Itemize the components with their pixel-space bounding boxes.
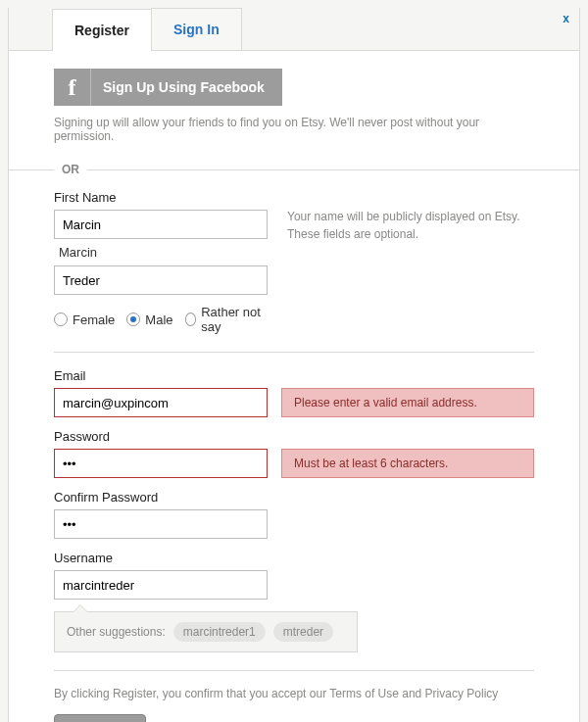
radio-dot-icon — [185, 313, 197, 326]
confirm-password-input[interactable] — [54, 509, 268, 539]
suggestion-chip[interactable]: mtreder — [273, 622, 333, 642]
divider — [54, 670, 534, 671]
tab-register[interactable]: Register — [52, 9, 152, 51]
radio-dot-icon — [54, 313, 68, 326]
or-label: OR — [54, 163, 87, 176]
close-icon[interactable]: x — [563, 12, 569, 25]
confirm-password-label: Confirm Password — [54, 490, 534, 505]
last-name-label: Marcin — [59, 245, 268, 260]
username-input[interactable] — [54, 570, 268, 600]
legal-text: By clicking Register, you confirm that y… — [54, 687, 534, 700]
facebook-help-text: Signing up will allow your friends to fi… — [54, 116, 534, 143]
register-modal: x Register Sign In f Sign Up Using Faceb… — [8, 8, 580, 722]
gender-radios: Female Male Rather not say — [54, 305, 268, 334]
register-button[interactable]: Register — [54, 714, 146, 722]
email-error: Please enter a valid email address. — [281, 388, 534, 417]
radio-female-label: Female — [73, 313, 115, 327]
email-input[interactable] — [54, 388, 268, 417]
password-error: Must be at least 6 characters. — [281, 449, 534, 478]
facebook-signup-button[interactable]: f Sign Up Using Facebook — [54, 69, 282, 106]
last-name-input[interactable] — [54, 265, 268, 295]
radio-female[interactable]: Female — [54, 313, 115, 327]
name-help-text: Your name will be publicly displayed on … — [287, 190, 534, 334]
radio-rather-label: Rather not say — [201, 305, 268, 334]
first-name-label: First Name — [54, 190, 268, 205]
password-input[interactable] — [54, 449, 268, 478]
or-divider: OR — [9, 163, 579, 176]
tab-signin[interactable]: Sign In — [151, 8, 242, 50]
radio-dot-selected-icon — [126, 313, 140, 326]
radio-male[interactable]: Male — [126, 313, 172, 327]
username-suggestions: Other suggestions: marcintreder1 mtreder — [54, 611, 358, 652]
password-label: Password — [54, 429, 534, 444]
facebook-button-label: Sign Up Using Facebook — [103, 79, 265, 95]
suggestions-label: Other suggestions: — [67, 625, 166, 639]
tab-bar: Register Sign In — [9, 8, 579, 51]
facebook-icon: f — [54, 69, 91, 106]
suggestion-chip[interactable]: marcintreder1 — [173, 622, 266, 642]
first-name-input[interactable] — [54, 210, 268, 239]
radio-male-label: Male — [145, 313, 172, 327]
username-label: Username — [54, 551, 534, 565]
radio-rather-not-say[interactable]: Rather not say — [185, 305, 268, 334]
divider — [54, 352, 534, 353]
email-label: Email — [54, 368, 534, 383]
